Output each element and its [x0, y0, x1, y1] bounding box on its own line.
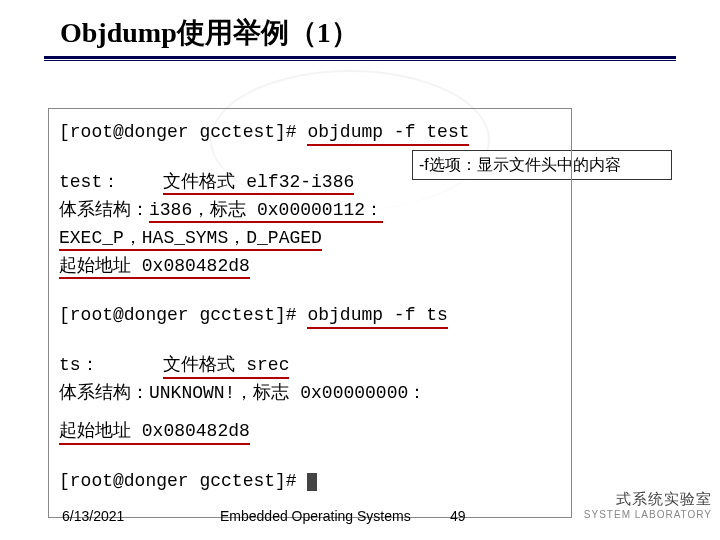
terminal-line: [root@donger gcctest]#	[59, 468, 561, 496]
prompt: [root@donger gcctest]#	[59, 305, 307, 325]
terminal-line: ts： 文件格式 srec	[59, 352, 561, 380]
output-value: 文件格式 elf32-i386	[163, 172, 354, 196]
output-value: 文件格式 srec	[163, 355, 289, 379]
prompt: [root@donger gcctest]#	[59, 471, 307, 491]
command-text: objdump -f ts	[307, 305, 447, 329]
output-value: 标志 0x00000000：	[253, 383, 426, 403]
terminal-line: 起始地址 0x080482d8	[59, 253, 561, 281]
output-value: i386，	[149, 200, 210, 224]
lab-en: SYSTEM LABORATORY	[584, 509, 712, 520]
output-value: 标志 0x00000112：	[210, 200, 383, 224]
output-label: 体系结构：	[59, 200, 149, 220]
output-label: ts：	[59, 355, 163, 375]
terminal-line: test： 文件格式 elf32-i386	[59, 169, 561, 197]
lab-cn: 式系统实验室	[584, 490, 712, 509]
command-text: objdump -f test	[307, 122, 469, 146]
output-value: 0x080482d8	[142, 256, 250, 276]
terminal-line: 体系结构：i386，标志 0x00000112：	[59, 197, 561, 225]
title-divider	[44, 56, 676, 62]
output-value: 0x080482d8	[142, 421, 250, 441]
footer-page-number: 49	[450, 508, 466, 524]
output-label: 体系结构：	[59, 383, 149, 403]
terminal-line: 起始地址 0x080482d8	[59, 418, 561, 446]
terminal-box: [root@donger gcctest]# objdump -f test t…	[48, 108, 572, 518]
output-value: EXEC_P，HAS_SYMS，D_PAGED	[59, 228, 322, 252]
slide-title: Objdump使用举例（1）	[60, 14, 359, 52]
output-value: UNKNOWN!，	[149, 383, 253, 403]
output-label: 起始地址	[59, 256, 142, 276]
output-label: test：	[59, 172, 163, 192]
prompt: [root@donger gcctest]#	[59, 122, 307, 142]
slide: Objdump使用举例（1） -f选项：显示文件头中的内容 [root@dong…	[0, 0, 720, 540]
lab-label: 式系统实验室 SYSTEM LABORATORY	[584, 490, 712, 520]
terminal-line: 体系结构：UNKNOWN!，标志 0x00000000：	[59, 380, 561, 408]
terminal-line: [root@donger gcctest]# objdump -f test	[59, 119, 561, 147]
terminal-line: EXEC_P，HAS_SYMS，D_PAGED	[59, 225, 561, 253]
output-label: 起始地址	[59, 421, 142, 441]
cursor-icon	[307, 473, 317, 491]
terminal-line: [root@donger gcctest]# objdump -f ts	[59, 302, 561, 330]
footer-date: 6/13/2021	[62, 508, 124, 524]
footer-title: Embedded Operating Systems	[220, 508, 411, 524]
